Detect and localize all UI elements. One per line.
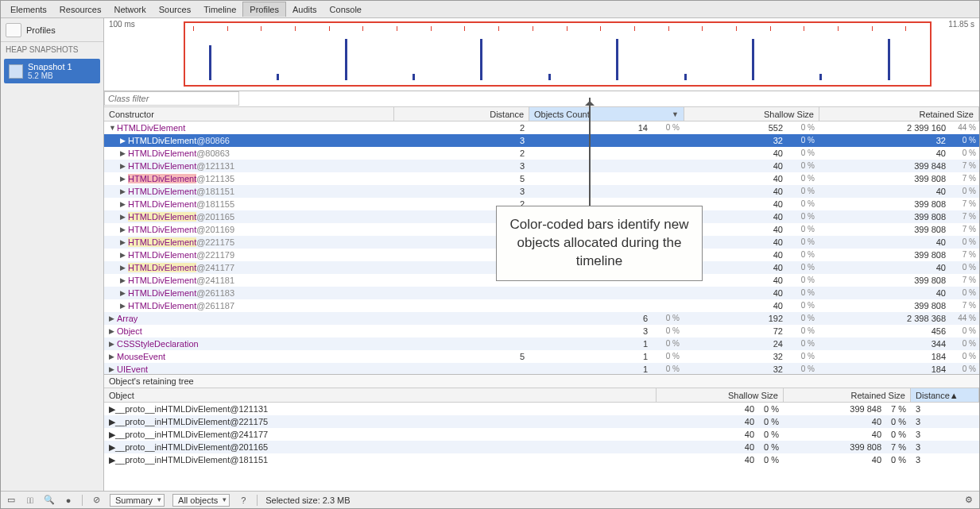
- retain-row[interactable]: ▶__proto__ in HTMLDivElement @181151400 …: [104, 453, 979, 466]
- clear-icon[interactable]: ⊘: [91, 495, 102, 506]
- retain-shallow: 400 %: [657, 417, 784, 426]
- table-row[interactable]: ▶HTMLDivElement @808663320 %320 %: [104, 134, 979, 147]
- cell-shallow: 1920 %: [684, 314, 819, 323]
- timeline-tick: [362, 26, 363, 31]
- tab-sources[interactable]: Sources: [153, 2, 197, 17]
- timeline-tick: [804, 26, 804, 31]
- cell-shallow: 400 %: [684, 161, 819, 171]
- tab-profiles[interactable]: Profiles: [242, 2, 286, 17]
- rcol-distance[interactable]: Distance▲: [911, 388, 979, 402]
- expand-arrow-icon[interactable]: ▶: [120, 276, 128, 284]
- snapshot-item[interactable]: Snapshot 1 5.2 MB: [4, 59, 100, 83]
- allocation-bar: [616, 39, 618, 80]
- expand-arrow-icon[interactable]: ▶: [109, 404, 115, 415]
- help-icon[interactable]: ?: [238, 495, 249, 506]
- retain-row[interactable]: ▶__proto__ in HTMLDivElement @121131400 …: [104, 403, 979, 415]
- expand-arrow-icon[interactable]: ▶: [109, 314, 117, 322]
- retain-row[interactable]: ▶__proto__ in HTMLDivElement @221175400 …: [104, 415, 979, 428]
- constructor-name: HTMLDivElement: [128, 187, 196, 196]
- expand-arrow-icon[interactable]: ▶: [109, 442, 115, 453]
- rcol-shallow[interactable]: Shallow Size: [657, 388, 784, 402]
- table-row[interactable]: ▶HTMLDivElement @808632400 %400 %: [104, 147, 979, 160]
- table-row[interactable]: ▶UIEvent10 %320 %1840 %: [104, 363, 979, 374]
- table-row[interactable]: ▶Object30 %720 %4560 %: [104, 325, 979, 337]
- expand-arrow-icon[interactable]: ▶: [120, 175, 128, 183]
- tab-elements[interactable]: Elements: [4, 2, 53, 17]
- expand-arrow-icon[interactable]: ▶: [109, 455, 115, 465]
- rcol-object[interactable]: Object: [104, 388, 657, 402]
- table-row[interactable]: ▶MouseEvent510 %320 %1840 %: [104, 350, 979, 363]
- allocation-timeline[interactable]: 100 ms 11.85 s: [104, 18, 979, 91]
- expand-arrow-icon[interactable]: ▶: [120, 238, 128, 246]
- retain-row[interactable]: ▶__proto__ in HTMLDivElement @201165400 …: [104, 441, 979, 453]
- col-constructor[interactable]: Constructor: [104, 107, 394, 121]
- col-objects-count[interactable]: Objects Count▼: [529, 107, 684, 121]
- table-row[interactable]: ▶HTMLDivElement @1211355400 %399 8087 %: [104, 172, 979, 185]
- expand-arrow-icon[interactable]: ▶: [120, 213, 128, 221]
- tab-network[interactable]: Network: [107, 2, 152, 17]
- record-icon[interactable]: ●: [63, 495, 74, 506]
- constructor-name: UIEvent: [117, 364, 148, 374]
- expand-arrow-icon[interactable]: ▶: [109, 327, 117, 335]
- search-icon[interactable]: 🔍: [44, 495, 55, 506]
- objects-filter-select[interactable]: All objects: [172, 494, 230, 507]
- retain-retained: 400 %: [784, 430, 911, 439]
- class-filter-input[interactable]: [104, 91, 239, 106]
- expand-arrow-icon[interactable]: ▶: [109, 417, 115, 427]
- expand-arrow-icon[interactable]: ▼: [109, 124, 117, 132]
- table-row[interactable]: ▶HTMLDivElement @261183400 %400 %: [104, 287, 979, 299]
- table-row[interactable]: ▶CSSStyleDeclaration10 %240 %3440 %: [104, 337, 979, 350]
- expand-arrow-icon[interactable]: ▶: [120, 149, 128, 157]
- constructor-name: HTMLDivElement: [128, 288, 196, 298]
- retain-row[interactable]: ▶__proto__ in HTMLDivElement @241177400 …: [104, 428, 979, 441]
- expand-arrow-icon[interactable]: ▶: [120, 302, 128, 310]
- view-select[interactable]: Summary: [110, 494, 165, 507]
- cell-retained: 399 8087 %: [819, 250, 979, 260]
- table-row[interactable]: ▶Array60 %1920 %2 398 36844 %: [104, 312, 979, 325]
- expand-arrow-icon[interactable]: ▶: [109, 365, 117, 373]
- cell-retained: 400 %: [819, 288, 979, 298]
- col-shallow-size[interactable]: Shallow Size: [684, 107, 819, 121]
- tab-timeline[interactable]: Timeline: [197, 2, 242, 17]
- dock-icon[interactable]: ▭: [6, 495, 17, 506]
- gear-icon[interactable]: ⚙: [963, 495, 974, 506]
- object-address: @221179: [196, 250, 234, 260]
- constructor-name: HTMLDivElement: [128, 212, 196, 222]
- tab-resources[interactable]: Resources: [53, 2, 108, 17]
- cell-retained: 399 8087 %: [819, 301, 979, 310]
- table-row[interactable]: ▶HTMLDivElement @1211313400 %399 8487 %: [104, 160, 979, 172]
- rcol-retained[interactable]: Retained Size: [784, 388, 911, 402]
- cell-shallow: 320 %: [684, 352, 819, 361]
- timeline-tick: [736, 26, 737, 31]
- timeline-selection-box[interactable]: [184, 21, 932, 87]
- expand-arrow-icon[interactable]: ▶: [109, 430, 115, 440]
- tab-console[interactable]: Console: [323, 2, 368, 17]
- expand-arrow-icon[interactable]: ▶: [120, 137, 128, 145]
- cell-shallow: 400 %: [684, 225, 819, 234]
- retain-prefix: __proto__: [115, 430, 155, 439]
- expand-arrow-icon[interactable]: ▶: [109, 340, 117, 348]
- col-retained-size[interactable]: Retained Size: [819, 107, 979, 121]
- retain-shallow: 400 %: [657, 455, 784, 465]
- expand-arrow-icon[interactable]: ▶: [109, 353, 117, 361]
- object-address: @221175: [196, 237, 234, 247]
- expand-arrow-icon[interactable]: ▶: [120, 264, 128, 272]
- constructor-table-header: Constructor Distance Objects Count▼ Shal…: [104, 107, 979, 121]
- console-icon[interactable]: ⟩⃒: [25, 495, 36, 506]
- retain-type: HTMLDivElement: [161, 455, 230, 465]
- table-row[interactable]: ▼HTMLDivElement2140 %5520 %2 399 16044 %: [104, 121, 979, 134]
- col-distance[interactable]: Distance: [394, 107, 529, 121]
- expand-arrow-icon[interactable]: ▶: [120, 289, 128, 297]
- tab-audits[interactable]: Audits: [286, 2, 323, 17]
- table-row[interactable]: ▶HTMLDivElement @261187400 %399 8087 %: [104, 299, 979, 312]
- timeline-tick: [329, 26, 330, 31]
- expand-arrow-icon[interactable]: ▶: [120, 200, 128, 208]
- retaining-tree-body[interactable]: ▶__proto__ in HTMLDivElement @121131400 …: [104, 403, 979, 471]
- expand-arrow-icon[interactable]: ▶: [120, 251, 128, 259]
- expand-arrow-icon[interactable]: ▶: [120, 187, 128, 195]
- expand-arrow-icon[interactable]: ▶: [120, 226, 128, 233]
- expand-arrow-icon[interactable]: ▶: [120, 162, 128, 170]
- cell-distance: 3: [394, 161, 529, 171]
- table-row[interactable]: ▶HTMLDivElement @1811513400 %400 %: [104, 185, 979, 198]
- retain-in: in: [155, 442, 162, 452]
